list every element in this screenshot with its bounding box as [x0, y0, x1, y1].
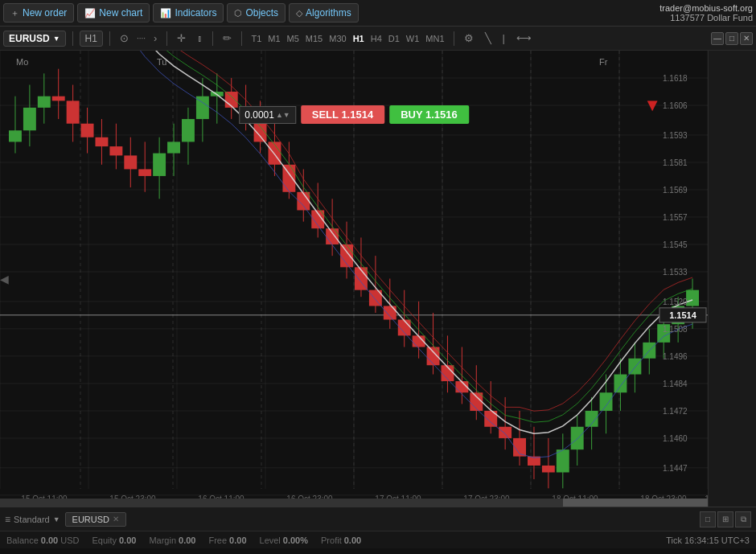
close-button[interactable]: ✕ [740, 32, 753, 45]
profit-item: Profit 0.00 [321, 536, 361, 545]
tf-d1[interactable]: D1 [386, 32, 402, 45]
new-order-button[interactable]: ＋ New order [3, 3, 74, 23]
bottom-bar: ≡ Standard ▼ EURUSD ✕ □ ⊞ ⧉ [0, 507, 756, 531]
ruler-icon[interactable]: | [499, 31, 508, 46]
new-chart-button[interactable]: 📈 New chart [77, 3, 150, 23]
timeframe-selector[interactable]: H1 [80, 31, 103, 47]
price-scale-icon[interactable]: ⟷ [513, 31, 535, 46]
account-info: trader@mobius-soft.org 1137577 Dollar Fu… [659, 3, 753, 23]
day-tu-label: Tu [157, 57, 166, 67]
new-order-icon: ＋ [10, 7, 19, 19]
separator [454, 31, 454, 46]
margin-item: Margin 0.00 [149, 536, 195, 545]
separator [212, 31, 213, 46]
crosshair-icon[interactable]: ✛ [174, 31, 189, 46]
layout-columns-button[interactable]: ⧉ [735, 511, 751, 527]
chart-main: Mo Tu Fr 0.0001 ▲▼ SELL 1.1514 BUY 1.151… [0, 51, 708, 507]
indicators-button[interactable]: 📊 Indicators [153, 3, 224, 23]
down-arrow-indicator: ▼ [643, 95, 661, 116]
template-selector[interactable]: ≡ Standard ▼ [5, 514, 60, 525]
timeframe-list: T1 M1 M5 M15 M30 H1 H4 D1 W1 MN1 [249, 32, 446, 45]
tf-w1[interactable]: W1 [404, 32, 422, 45]
symbol-tab-eurusd[interactable]: EURUSD ✕ [65, 512, 126, 527]
tf-h4[interactable]: H4 [368, 32, 384, 45]
layout-grid-button[interactable]: ⊞ [717, 511, 733, 527]
tf-m30[interactable]: M30 [327, 32, 348, 45]
draw-icon[interactable]: ╲ [482, 31, 495, 46]
buy-button[interactable]: BUY 1.1516 [389, 105, 469, 124]
dots-label: ···· [137, 34, 146, 43]
free-item: Free 0.00 [208, 536, 246, 545]
template-chevron-icon: ▼ [53, 515, 60, 523]
chevron-down-icon: ▼ [53, 35, 60, 43]
status-bar: Balance 0.00 USD Equity 0.00 Margin 0.00… [0, 531, 756, 548]
objects-button[interactable]: ⬡ Objects [227, 3, 286, 23]
separator [166, 31, 167, 46]
chart-icon: 📈 [84, 8, 96, 18]
pen-icon[interactable]: ✏ [220, 31, 235, 46]
lot-arrows-icon: ▲▼ [276, 111, 290, 119]
algorithms-button[interactable]: ◇ Algorithms [289, 3, 359, 23]
chart-toolbar: EURUSD ▼ H1 ⊙ ···· › ✛ ⫾ ✏ T1 M1 M5 M15 … [0, 27, 756, 51]
settings-icon[interactable]: ⚙ [461, 31, 477, 46]
tf-m15[interactable]: M15 [303, 32, 325, 45]
maximize-button[interactable]: □ [725, 32, 738, 45]
top-toolbar: ＋ New order 📈 New chart 📊 Indicators ⬡ O… [0, 0, 756, 27]
tf-m5[interactable]: M5 [285, 32, 302, 45]
separator [72, 31, 73, 46]
buy-sell-area: 0.0001 ▲▼ SELL 1.1514 BUY 1.1516 [239, 105, 469, 124]
sell-button[interactable]: SELL 1.1514 [301, 105, 384, 124]
tf-mn1[interactable]: MN1 [423, 32, 446, 45]
tick-time: Tick 16:34:15 UTC+3 [666, 536, 750, 545]
layout-buttons: □ ⊞ ⧉ [700, 511, 751, 527]
indicators-icon: 📊 [160, 8, 171, 18]
day-mo-label: Mo [16, 57, 28, 67]
separator [241, 31, 242, 46]
lot-size-input[interactable]: 0.0001 ▲▼ [239, 106, 296, 124]
symbol-selector[interactable]: EURUSD ▼ [3, 31, 66, 47]
tf-m1[interactable]: M1 [265, 32, 282, 45]
level-item: Level 0.00% [260, 536, 309, 545]
tf-t1[interactable]: T1 [249, 32, 264, 45]
minimize-button[interactable]: — [711, 32, 724, 45]
window-controls: — □ ✕ [711, 32, 753, 45]
chart-wrapper: Mo Tu Fr 0.0001 ▲▼ SELL 1.1514 BUY 1.151… [0, 51, 756, 507]
separator [109, 31, 110, 46]
algorithms-icon: ◇ [296, 8, 302, 18]
menu-lines-icon: ≡ [5, 514, 10, 525]
circle-icon[interactable]: ⊙ [117, 31, 132, 46]
tab-close-icon[interactable]: ✕ [113, 515, 119, 523]
price-axis [708, 51, 756, 507]
chevron-right-icon[interactable]: › [150, 31, 160, 46]
left-scroll-handle[interactable]: ◀ [0, 273, 9, 285]
balance-item: Balance 0.00 USD [6, 536, 79, 545]
objects-icon: ⬡ [234, 8, 242, 18]
tf-h1[interactable]: H1 [351, 32, 367, 45]
day-fr-label: Fr [599, 57, 607, 67]
bars-icon[interactable]: ⫾ [194, 31, 206, 46]
layout-single-button[interactable]: □ [700, 511, 716, 527]
equity-item: Equity 0.00 [92, 536, 136, 545]
